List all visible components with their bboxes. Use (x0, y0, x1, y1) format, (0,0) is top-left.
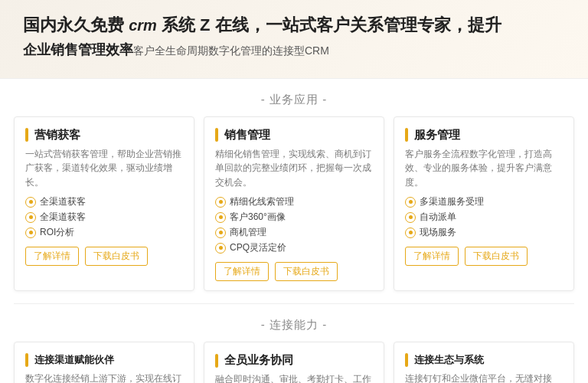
card-channel-title: 连接渠道赋能伙伴 (34, 353, 114, 367)
list-item: CPQ灵活定价 (215, 241, 373, 254)
card-marketing: 营销获客 一站式营销获客管理，帮助企业营销推广获客，渠道转化效果，驱动业绩增长。… (14, 116, 194, 291)
card-collaboration-desc: 融合即时沟通、审批、考勤打卡、工作簿等一站式办公管理，打造极致高效的在线协同环境… (215, 372, 373, 383)
card-marketing-accent (25, 128, 28, 142)
feature-dot-icon (405, 212, 416, 223)
card-service-accent (405, 128, 408, 142)
feature-dot-icon (215, 243, 226, 254)
headline-text1: 国内永久免费 (23, 15, 129, 34)
service-whitepaper-button[interactable]: 下载白皮书 (465, 247, 528, 266)
card-collaboration-header: 全员业务协同 (215, 353, 373, 368)
card-marketing-header: 营销获客 (25, 128, 183, 142)
card-sales-desc: 精细化销售管理，实现线索、商机到订单回款的完整业绩闭环，把握每一次成交机会。 (215, 147, 373, 189)
feature-dot-icon (215, 212, 226, 223)
list-item: 精细化线索管理 (215, 195, 373, 208)
card-sales: 销售管理 精细化销售管理，实现线索、商机到订单回款的完整业绩闭环，把握每一次成交… (204, 116, 384, 291)
card-sales-actions: 了解详情 下载白皮书 (215, 262, 373, 281)
feature-dot-icon (405, 197, 416, 208)
card-ecosystem-desc: 连接钉钉和企业微信平台，无缝对接ERP系统，构建内外部业务协作数字化管理。 (405, 372, 563, 383)
card-sales-header: 销售管理 (215, 128, 373, 142)
section-connect-title: - 连接能力 - (0, 318, 588, 332)
card-ecosystem: 连接生态与系统 连接钉钉和企业微信平台，无缝对接ERP系统，构建内外部业务协作数… (394, 342, 574, 383)
marketing-detail-button[interactable]: 了解详情 (25, 247, 79, 266)
headline: 国内永久免费 crm 系统 Z 在线，一站式客户关系管理专家，提升 (23, 14, 565, 38)
connect-cards-row: 连接渠道赋能伙伴 数字化连接经销上游下游，实现在线订货、客户报备、销售预警等全流… (0, 342, 588, 383)
card-channel-header: 连接渠道赋能伙伴 (25, 353, 183, 367)
list-item: 现场服务 (405, 226, 563, 239)
card-service-actions: 了解详情 下载白皮书 (405, 247, 563, 266)
card-channel-accent (25, 353, 28, 367)
card-service-title: 服务管理 (414, 128, 460, 142)
list-item: 客户360°画像 (215, 211, 373, 224)
list-item: 自动派单 (405, 211, 563, 224)
feature-dot-icon (25, 197, 36, 208)
marketing-whitepaper-button[interactable]: 下载白皮书 (85, 247, 148, 266)
card-marketing-desc: 一站式营销获客管理，帮助企业营销推广获客，渠道转化效果，驱动业绩增长。 (25, 147, 183, 189)
list-item: 全渠道获客 (25, 195, 183, 208)
card-sales-accent (215, 128, 218, 142)
card-sales-title: 销售管理 (224, 128, 270, 142)
section-business: - 业务应用 - 营销获客 一站式营销获客管理，帮助企业营销推广获客，渠道转化效… (0, 93, 588, 291)
crm-text: crm (129, 17, 157, 34)
feature-dot-icon (25, 212, 36, 223)
feature-dot-icon (405, 228, 416, 238)
card-service-header: 服务管理 (405, 128, 563, 142)
card-channel-desc: 数字化连接经销上游下游，实现在线订货、客户报备、销售预警等全流程管理，与伙伴共创… (25, 372, 183, 383)
card-ecosystem-title: 连接生态与系统 (414, 353, 484, 367)
headline-text2: 系统 Z 在线，一站式客户关系管理专家，提升 (157, 15, 501, 34)
section-divider (14, 303, 574, 304)
card-service-desc: 客户服务全流程数字化管理，打造高效、专业的服务体验，提升客户满意度。 (405, 147, 563, 189)
service-detail-button[interactable]: 了解详情 (405, 247, 459, 266)
feature-dot-icon (215, 197, 226, 208)
card-ecosystem-accent (405, 353, 408, 367)
sales-whitepaper-button[interactable]: 下载白皮书 (275, 262, 338, 281)
sales-detail-button[interactable]: 了解详情 (215, 262, 269, 281)
top-banner: 国内永久免费 crm 系统 Z 在线，一站式客户关系管理专家，提升 企业销售管理… (0, 0, 588, 79)
card-sales-features: 精细化线索管理 客户360°画像 商机管理 CPQ灵活定价 (215, 195, 373, 254)
card-service: 服务管理 客户服务全流程数字化管理，打造高效、专业的服务体验，提升客户满意度。 … (394, 116, 574, 291)
card-marketing-actions: 了解详情 下载白皮书 (25, 247, 183, 266)
list-item: ROI分析 (25, 226, 183, 239)
feature-dot-icon (215, 228, 226, 238)
list-item: 多渠道服务受理 (405, 195, 563, 208)
list-item: 商机管理 (215, 226, 373, 239)
section-connect: - 连接能力 - 连接渠道赋能伙伴 数字化连接经销上游下游，实现在线订货、客户报… (0, 318, 588, 383)
headline-line2-text: 企业销售管理效率 (23, 42, 133, 57)
business-cards-row: 营销获客 一站式营销获客管理，帮助企业营销推广获客，渠道转化效果，驱动业绩增长。… (0, 116, 588, 291)
card-service-features: 多渠道服务受理 自动派单 现场服务 (405, 195, 563, 239)
card-marketing-features: 全渠道获客 全渠道获客 ROI分析 (25, 195, 183, 239)
list-item: 全渠道获客 (25, 211, 183, 224)
feature-dot-icon (25, 228, 36, 238)
headline-line2: 企业销售管理效率客户全生命周期数字化管理的连接型CRM (23, 41, 565, 60)
card-collaboration-accent (215, 354, 218, 368)
card-marketing-title: 营销获客 (34, 128, 80, 142)
card-ecosystem-header: 连接生态与系统 (405, 353, 563, 367)
card-collaboration-title: 全员业务协同 (224, 353, 293, 368)
section-business-title: - 业务应用 - (0, 93, 588, 107)
card-channel: 连接渠道赋能伙伴 数字化连接经销上游下游，实现在线订货、客户报备、销售预警等全流… (14, 342, 194, 383)
subtitle-inline: 客户全生命周期数字化管理的连接型CRM (133, 44, 329, 57)
card-collaboration: 全员业务协同 融合即时沟通、审批、考勤打卡、工作簿等一站式办公管理，打造极致高效… (204, 342, 384, 383)
